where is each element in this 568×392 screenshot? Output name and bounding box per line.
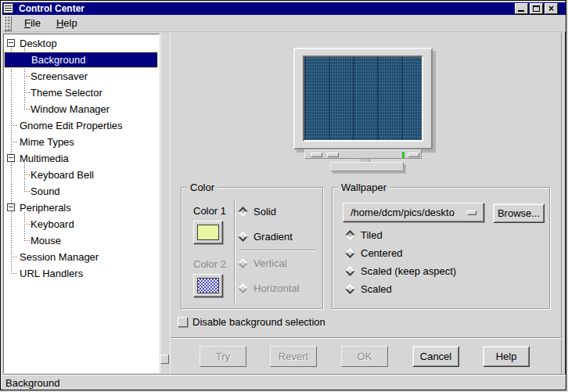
tree-item-sound[interactable]: Sound	[4, 183, 158, 200]
radio-diamond-icon	[238, 232, 248, 242]
radio-tiled[interactable]: Tiled	[345, 228, 383, 241]
paned-divider	[160, 34, 170, 373]
color2-label: Color 2	[193, 258, 226, 270]
control-center-window: Control Center × File Help Desktop Backg…	[0, 0, 566, 390]
color1-button[interactable]	[193, 221, 223, 244]
tree-item-keyboard-bell[interactable]: Keyboard Bell	[4, 167, 158, 183]
maximize-icon	[533, 5, 540, 12]
tree-expander-multimedia[interactable]	[7, 154, 15, 162]
radio-label: Scaled	[361, 283, 392, 295]
gradient-direction-separator	[239, 250, 318, 250]
tree-item-peripherals[interactable]: Peripherals	[4, 200, 158, 216]
tree-item-keyboard[interactable]: Keyboard	[4, 216, 158, 232]
radio-label: Solid	[253, 206, 276, 218]
radio-vertical: Vertical	[238, 257, 287, 269]
radio-diamond-icon	[345, 248, 355, 258]
titlebar: Control Center ×	[2, 2, 566, 15]
tree-item-label: Mime Types	[20, 136, 74, 148]
help-button[interactable]: Help	[483, 346, 530, 367]
radio-scaled-keep-aspect[interactable]: Scaled (keep aspect)	[345, 264, 456, 277]
browse-button[interactable]: Browse...	[493, 203, 545, 223]
menu-file[interactable]: File	[16, 16, 49, 31]
monitor-stand-base	[330, 162, 404, 171]
radio-gradient[interactable]: Gradient	[238, 230, 293, 243]
radio-label: Gradient	[253, 231, 293, 243]
try-button[interactable]: Try	[200, 346, 246, 367]
color2-button[interactable]	[193, 274, 223, 297]
menu-file-label: File	[24, 17, 41, 29]
tree-expander-peripherals[interactable]	[7, 203, 15, 211]
radio-label: Horizontal	[253, 282, 300, 294]
tree-expander-desktop[interactable]	[7, 39, 15, 47]
radio-label: Scaled (keep aspect)	[361, 265, 456, 277]
cancel-button[interactable]: Cancel	[412, 346, 459, 367]
monitor-power-button	[408, 153, 419, 157]
maximize-button[interactable]	[530, 3, 543, 14]
menu-help-label: Help	[56, 17, 77, 29]
paned-resize-handle[interactable]	[160, 354, 169, 364]
window-controls: ×	[515, 3, 558, 14]
tree-item-label: Window Manager	[31, 103, 110, 115]
tree-item-label: Sound	[31, 185, 60, 197]
menu-help[interactable]: Help	[49, 16, 85, 31]
revert-button[interactable]: Revert	[270, 346, 317, 367]
tree-item-label: Peripherals	[20, 202, 71, 214]
color1-swatch	[197, 225, 219, 240]
statusbar-text: Background	[5, 377, 59, 389]
tree-item-label: Multimedia	[20, 153, 69, 164]
minimize-button[interactable]	[515, 3, 528, 14]
color-frame-title: Color	[187, 182, 217, 193]
monitor-button	[327, 153, 339, 157]
tree-item-label: Screensaver	[31, 70, 88, 82]
tree-item-mouse[interactable]: Mouse	[4, 232, 158, 249]
close-button[interactable]: ×	[545, 3, 558, 14]
color1-label: Color 1	[193, 205, 226, 217]
radio-diamond-icon	[345, 230, 355, 240]
tree-item-url-handlers[interactable]: URL Handlers	[4, 265, 158, 282]
tree-item-background[interactable]: Background	[4, 52, 158, 68]
radio-centered[interactable]: Centered	[345, 246, 402, 259]
radio-diamond-icon	[345, 284, 355, 294]
action-area-separator	[171, 337, 562, 339]
ok-button[interactable]: OK	[341, 346, 388, 367]
window-title: Control Center	[19, 3, 84, 14]
tree-item-label: Theme Selector	[31, 87, 102, 99]
tree-item-label: Session Manager	[20, 251, 99, 263]
wallpaper-file-value: /home/dcm/pics/deskto	[343, 207, 455, 218]
tree-item-label: Gnome Edit Properties	[20, 120, 123, 131]
tree-item-label: Mouse	[31, 235, 61, 246]
tree-item-window-manager[interactable]: Window Manager	[4, 101, 158, 117]
tree-item-session-manager[interactable]: Session Manager	[4, 249, 158, 265]
tree-item-multimedia[interactable]: Multimedia	[4, 150, 158, 167]
disable-background-selection-row[interactable]: Disable background selection	[178, 315, 325, 328]
tree-item-desktop[interactable]: Desktop	[4, 35, 158, 52]
tree-item-label: URL Handlers	[20, 268, 83, 279]
wallpaper-frame-title: Wallpaper	[338, 182, 390, 193]
wallpaper-file-dropdown[interactable]: /home/dcm/pics/deskto	[343, 203, 484, 222]
radio-solid[interactable]: Solid	[238, 205, 276, 218]
radio-label: Tiled	[361, 229, 383, 241]
tree-item-label: Background	[31, 54, 85, 66]
tree-item-label: Keyboard	[31, 218, 74, 230]
color2-swatch	[197, 278, 219, 293]
monitor-bezel	[304, 149, 422, 159]
radio-diamond-icon	[238, 283, 248, 293]
tree-item-mime-types[interactable]: Mime Types	[4, 134, 158, 150]
tree-item-label: Keyboard Bell	[31, 169, 94, 181]
radio-diamond-icon	[238, 258, 248, 268]
tree-item-theme-selector[interactable]: Theme Selector	[4, 85, 158, 101]
radio-scaled[interactable]: Scaled	[345, 282, 392, 295]
statusbar: Background	[2, 374, 566, 390]
tree-item-screensaver[interactable]: Screensaver	[4, 68, 158, 85]
window-menu-icon[interactable]	[3, 3, 13, 13]
tree-item-gnome-edit-properties[interactable]: Gnome Edit Properties	[4, 117, 158, 134]
menubar-drag-handle-icon[interactable]	[4, 16, 12, 31]
monitor-button	[311, 153, 322, 157]
radio-diamond-icon	[238, 207, 248, 217]
color-frame-separator	[234, 200, 235, 303]
monitor-power-led	[402, 152, 404, 158]
tree-item-label: Desktop	[20, 38, 57, 49]
radio-horizontal: Horizontal	[238, 282, 300, 294]
checkbox-icon[interactable]	[178, 317, 188, 327]
capplet-tree: Desktop Background Screensaver Theme Sel…	[4, 34, 159, 372]
